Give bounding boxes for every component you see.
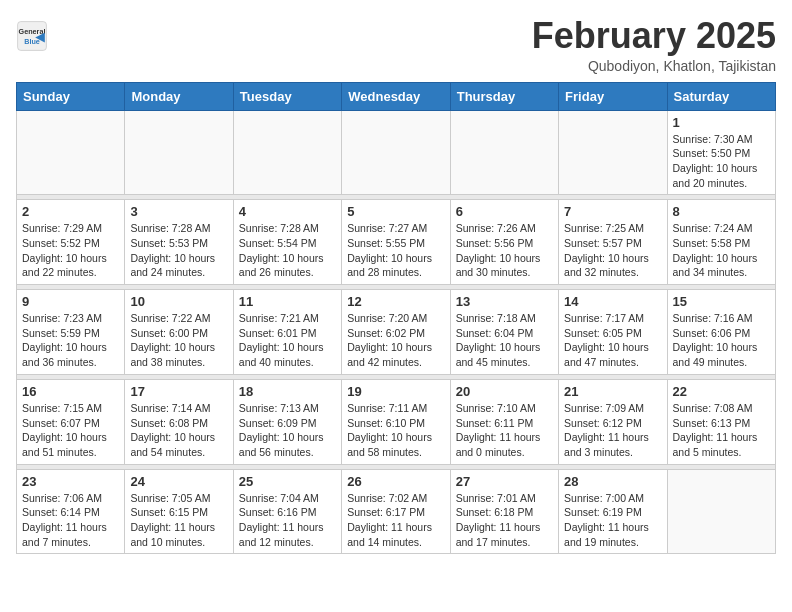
calendar-cell: 1Sunrise: 7:30 AM Sunset: 5:50 PM Daylig…: [667, 110, 775, 195]
day-number: 22: [673, 384, 770, 399]
calendar-cell: [450, 110, 558, 195]
day-number: 10: [130, 294, 227, 309]
day-info: Sunrise: 7:17 AM Sunset: 6:05 PM Dayligh…: [564, 311, 661, 370]
day-number: 17: [130, 384, 227, 399]
day-info: Sunrise: 7:01 AM Sunset: 6:18 PM Dayligh…: [456, 491, 553, 550]
day-info: Sunrise: 7:30 AM Sunset: 5:50 PM Dayligh…: [673, 132, 770, 191]
logo: General Blue: [16, 20, 52, 52]
calendar-cell: 27Sunrise: 7:01 AM Sunset: 6:18 PM Dayli…: [450, 469, 558, 554]
calendar-cell: [342, 110, 450, 195]
day-info: Sunrise: 7:23 AM Sunset: 5:59 PM Dayligh…: [22, 311, 119, 370]
day-info: Sunrise: 7:25 AM Sunset: 5:57 PM Dayligh…: [564, 221, 661, 280]
day-number: 16: [22, 384, 119, 399]
calendar-cell: 16Sunrise: 7:15 AM Sunset: 6:07 PM Dayli…: [17, 379, 125, 464]
day-number: 19: [347, 384, 444, 399]
calendar-cell: [667, 469, 775, 554]
day-info: Sunrise: 7:21 AM Sunset: 6:01 PM Dayligh…: [239, 311, 336, 370]
col-monday: Monday: [125, 82, 233, 110]
day-info: Sunrise: 7:00 AM Sunset: 6:19 PM Dayligh…: [564, 491, 661, 550]
calendar-cell: 25Sunrise: 7:04 AM Sunset: 6:16 PM Dayli…: [233, 469, 341, 554]
calendar-cell: 21Sunrise: 7:09 AM Sunset: 6:12 PM Dayli…: [559, 379, 667, 464]
day-info: Sunrise: 7:16 AM Sunset: 6:06 PM Dayligh…: [673, 311, 770, 370]
col-wednesday: Wednesday: [342, 82, 450, 110]
day-info: Sunrise: 7:04 AM Sunset: 6:16 PM Dayligh…: [239, 491, 336, 550]
day-number: 9: [22, 294, 119, 309]
day-info: Sunrise: 7:10 AM Sunset: 6:11 PM Dayligh…: [456, 401, 553, 460]
calendar-table: Sunday Monday Tuesday Wednesday Thursday…: [16, 82, 776, 555]
calendar-cell: [559, 110, 667, 195]
logo-icon: General Blue: [16, 20, 48, 52]
day-info: Sunrise: 7:26 AM Sunset: 5:56 PM Dayligh…: [456, 221, 553, 280]
day-number: 8: [673, 204, 770, 219]
calendar-cell: 26Sunrise: 7:02 AM Sunset: 6:17 PM Dayli…: [342, 469, 450, 554]
calendar-cell: 7Sunrise: 7:25 AM Sunset: 5:57 PM Daylig…: [559, 200, 667, 285]
day-info: Sunrise: 7:22 AM Sunset: 6:00 PM Dayligh…: [130, 311, 227, 370]
calendar-cell: 2Sunrise: 7:29 AM Sunset: 5:52 PM Daylig…: [17, 200, 125, 285]
day-info: Sunrise: 7:15 AM Sunset: 6:07 PM Dayligh…: [22, 401, 119, 460]
calendar-cell: 22Sunrise: 7:08 AM Sunset: 6:13 PM Dayli…: [667, 379, 775, 464]
calendar-cell: 10Sunrise: 7:22 AM Sunset: 6:00 PM Dayli…: [125, 290, 233, 375]
calendar-cell: 23Sunrise: 7:06 AM Sunset: 6:14 PM Dayli…: [17, 469, 125, 554]
day-number: 2: [22, 204, 119, 219]
calendar-cell: 4Sunrise: 7:28 AM Sunset: 5:54 PM Daylig…: [233, 200, 341, 285]
calendar-subtitle: Qubodiyon, Khatlon, Tajikistan: [532, 58, 776, 74]
svg-text:Blue: Blue: [24, 37, 40, 46]
day-info: Sunrise: 7:27 AM Sunset: 5:55 PM Dayligh…: [347, 221, 444, 280]
calendar-cell: [233, 110, 341, 195]
calendar-cell: 8Sunrise: 7:24 AM Sunset: 5:58 PM Daylig…: [667, 200, 775, 285]
calendar-cell: 15Sunrise: 7:16 AM Sunset: 6:06 PM Dayli…: [667, 290, 775, 375]
calendar-header-row: Sunday Monday Tuesday Wednesday Thursday…: [17, 82, 776, 110]
day-number: 4: [239, 204, 336, 219]
calendar-cell: 13Sunrise: 7:18 AM Sunset: 6:04 PM Dayli…: [450, 290, 558, 375]
day-number: 14: [564, 294, 661, 309]
day-number: 20: [456, 384, 553, 399]
col-friday: Friday: [559, 82, 667, 110]
calendar-cell: 5Sunrise: 7:27 AM Sunset: 5:55 PM Daylig…: [342, 200, 450, 285]
week-row-1: 1Sunrise: 7:30 AM Sunset: 5:50 PM Daylig…: [17, 110, 776, 195]
calendar-cell: [125, 110, 233, 195]
day-info: Sunrise: 7:24 AM Sunset: 5:58 PM Dayligh…: [673, 221, 770, 280]
day-number: 12: [347, 294, 444, 309]
calendar-cell: 20Sunrise: 7:10 AM Sunset: 6:11 PM Dayli…: [450, 379, 558, 464]
col-saturday: Saturday: [667, 82, 775, 110]
day-info: Sunrise: 7:02 AM Sunset: 6:17 PM Dayligh…: [347, 491, 444, 550]
page-header: General Blue February 2025 Qubodiyon, Kh…: [16, 16, 776, 74]
calendar-cell: 24Sunrise: 7:05 AM Sunset: 6:15 PM Dayli…: [125, 469, 233, 554]
day-number: 6: [456, 204, 553, 219]
day-number: 27: [456, 474, 553, 489]
day-info: Sunrise: 7:20 AM Sunset: 6:02 PM Dayligh…: [347, 311, 444, 370]
calendar-cell: 19Sunrise: 7:11 AM Sunset: 6:10 PM Dayli…: [342, 379, 450, 464]
day-number: 23: [22, 474, 119, 489]
calendar-cell: 3Sunrise: 7:28 AM Sunset: 5:53 PM Daylig…: [125, 200, 233, 285]
day-info: Sunrise: 7:11 AM Sunset: 6:10 PM Dayligh…: [347, 401, 444, 460]
day-info: Sunrise: 7:28 AM Sunset: 5:53 PM Dayligh…: [130, 221, 227, 280]
day-number: 5: [347, 204, 444, 219]
day-number: 13: [456, 294, 553, 309]
day-info: Sunrise: 7:28 AM Sunset: 5:54 PM Dayligh…: [239, 221, 336, 280]
week-row-5: 23Sunrise: 7:06 AM Sunset: 6:14 PM Dayli…: [17, 469, 776, 554]
day-number: 18: [239, 384, 336, 399]
day-number: 28: [564, 474, 661, 489]
calendar-cell: 18Sunrise: 7:13 AM Sunset: 6:09 PM Dayli…: [233, 379, 341, 464]
col-thursday: Thursday: [450, 82, 558, 110]
day-number: 3: [130, 204, 227, 219]
day-info: Sunrise: 7:18 AM Sunset: 6:04 PM Dayligh…: [456, 311, 553, 370]
day-info: Sunrise: 7:29 AM Sunset: 5:52 PM Dayligh…: [22, 221, 119, 280]
calendar-cell: 28Sunrise: 7:00 AM Sunset: 6:19 PM Dayli…: [559, 469, 667, 554]
calendar-cell: 11Sunrise: 7:21 AM Sunset: 6:01 PM Dayli…: [233, 290, 341, 375]
calendar-cell: 14Sunrise: 7:17 AM Sunset: 6:05 PM Dayli…: [559, 290, 667, 375]
week-row-4: 16Sunrise: 7:15 AM Sunset: 6:07 PM Dayli…: [17, 379, 776, 464]
day-number: 21: [564, 384, 661, 399]
day-number: 11: [239, 294, 336, 309]
day-info: Sunrise: 7:06 AM Sunset: 6:14 PM Dayligh…: [22, 491, 119, 550]
week-row-3: 9Sunrise: 7:23 AM Sunset: 5:59 PM Daylig…: [17, 290, 776, 375]
calendar-title: February 2025: [532, 16, 776, 56]
day-number: 7: [564, 204, 661, 219]
calendar-cell: 12Sunrise: 7:20 AM Sunset: 6:02 PM Dayli…: [342, 290, 450, 375]
day-number: 1: [673, 115, 770, 130]
day-number: 15: [673, 294, 770, 309]
day-info: Sunrise: 7:14 AM Sunset: 6:08 PM Dayligh…: [130, 401, 227, 460]
week-row-2: 2Sunrise: 7:29 AM Sunset: 5:52 PM Daylig…: [17, 200, 776, 285]
day-number: 24: [130, 474, 227, 489]
day-info: Sunrise: 7:05 AM Sunset: 6:15 PM Dayligh…: [130, 491, 227, 550]
